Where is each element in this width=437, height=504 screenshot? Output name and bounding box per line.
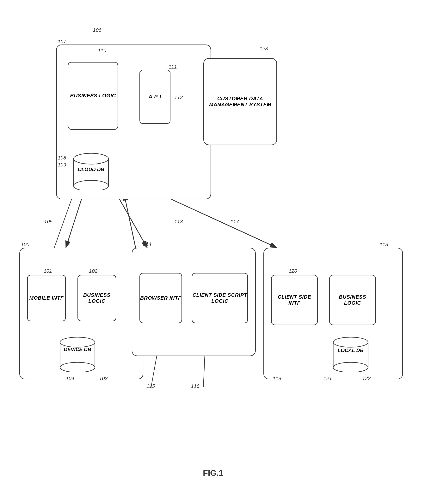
label-119: 119	[273, 375, 281, 381]
svg-line-15	[124, 194, 136, 248]
client-script-box: CLIENT SIDE SCRIPT LOGIC	[192, 273, 248, 323]
label-103: 103	[99, 375, 108, 381]
customer-data-label: CUSTOMER DATA MANAGEMENT SYSTEM	[204, 96, 277, 108]
label-113: 113	[174, 219, 183, 225]
svg-point-37	[333, 337, 368, 347]
diagram: 107 106 BUSINESS LOGIC 110 A P I 111 CLO…	[0, 0, 437, 504]
api-box: A P I	[139, 70, 170, 124]
label-116: 116	[191, 383, 199, 389]
label-115: 115	[147, 383, 155, 389]
label-102: 102	[89, 268, 98, 274]
label-117: 117	[230, 219, 239, 225]
label-101: 101	[44, 268, 52, 274]
mobile-intf-box: MOBILE INTF	[27, 275, 66, 321]
label-108: 108	[58, 155, 66, 161]
svg-line-13	[66, 194, 83, 248]
cloud-db-label: CLOUD DB	[72, 166, 110, 172]
client-side-intf-label: CLIENT SIDE INTF	[272, 294, 317, 306]
svg-point-31	[74, 153, 109, 164]
svg-point-38	[333, 362, 368, 372]
label-100: 100	[21, 242, 29, 247]
desktop-business-logic-box: BUSINESS LOGIC	[329, 275, 376, 325]
desktop-business-logic-label: BUSINESS LOGIC	[330, 294, 375, 306]
label-104: 104	[66, 375, 74, 381]
label-118: 118	[380, 242, 388, 247]
label-112: 112	[174, 95, 183, 100]
svg-point-35	[60, 362, 95, 372]
label-111: 111	[169, 64, 177, 70]
mobile-business-logic-label: BUSINESS LOGIC	[78, 292, 116, 304]
server-business-logic-label: BUSINESS LOGIC	[70, 93, 116, 99]
label-107: 107	[58, 39, 66, 45]
label-120: 120	[289, 268, 297, 274]
label-106: 106	[93, 27, 101, 33]
svg-line-14	[116, 194, 147, 248]
api-label: A P I	[149, 94, 161, 100]
mobile-business-logic-box: BUSINESS LOGIC	[78, 275, 116, 321]
label-122: 122	[362, 375, 371, 381]
server-business-logic-box: BUSINESS LOGIC	[68, 62, 118, 130]
browser-intf-box: BROWSER INTF	[139, 273, 182, 323]
fig-caption: FIG.1	[174, 468, 252, 478]
label-105: 105	[44, 219, 52, 225]
device-db-svg	[56, 335, 99, 372]
svg-point-34	[60, 337, 95, 347]
label-121: 121	[324, 375, 332, 381]
browser-intf-label: BROWSER INTF	[140, 295, 181, 301]
label-123: 123	[259, 46, 268, 51]
label-114: 114	[143, 241, 151, 247]
customer-data-box: CUSTOMER DATA MANAGEMENT SYSTEM	[203, 58, 277, 145]
client-side-intf-box: CLIENT SIDE INTF	[271, 275, 318, 325]
svg-point-32	[74, 181, 109, 190]
mobile-intf-label: MOBILE INTF	[29, 295, 64, 301]
label-110: 110	[98, 48, 106, 53]
client-script-label: CLIENT SIDE SCRIPT LOGIC	[192, 292, 247, 304]
local-db-label: LOCAL DB	[329, 347, 372, 353]
device-db-label: DEVICE DB	[57, 346, 98, 352]
label-109: 109	[58, 162, 66, 168]
svg-line-29	[54, 194, 74, 248]
